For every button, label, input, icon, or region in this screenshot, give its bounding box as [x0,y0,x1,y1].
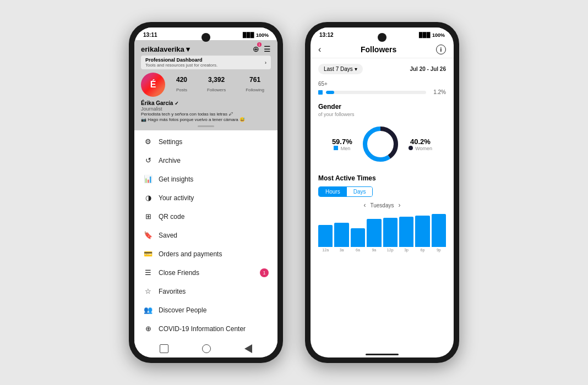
bar-col: 12p [383,218,398,252]
dashboard-subtitle: Tools and resources just for creators. [145,63,217,68]
menu-item-archive[interactable]: ↺ Archive [134,151,277,170]
men-legend: 59.7% Men [332,138,352,151]
phone-nav-1 [134,341,277,358]
men-dot [334,146,338,150]
followers-title: Followers [361,45,396,54]
back-button[interactable]: ‹ [318,45,321,54]
donut-chart [361,125,400,163]
followers-header: ‹ Followers i [311,40,454,58]
followers-stat: 3,392 Followers [207,76,226,94]
bar [318,225,333,247]
qr-icon: ⊞ [143,212,153,222]
avatar: É [141,73,165,97]
nav-back-button[interactable] [202,344,211,353]
menu-item-settings[interactable]: ⚙ Settings [134,133,277,151]
active-times-section: Most Active Times Hours Days ‹ Tuesdays … [318,174,446,252]
phone-1: 13:11 ▉▉▉ 100% erikalaverika ▾ ⊕ 1 ☰ [129,22,283,363]
profile-actions: ⊕ 1 ☰ [253,45,271,53]
archive-icon: ↺ [143,156,153,166]
battery-icon-2: 100% [432,32,445,38]
bar-col: 6p [415,216,429,252]
verified-icon: ✓ [175,101,179,106]
current-day: Tuesdays [371,202,394,208]
age-bar-row: 1.2% [318,89,446,95]
posts-stat: 420 Posts [176,76,187,94]
women-legend: 40.2% Women [409,138,432,151]
menu-item-saved[interactable]: 🔖 Saved [134,226,277,245]
close-friends-badge: 1 [260,268,269,277]
day-next-icon[interactable]: › [398,201,400,209]
bar [432,214,446,247]
close-friends-icon: ☰ [143,268,153,278]
status-icons-2: ▉▉▉ 100% [419,32,445,38]
status-icons-1: ▉▉▉ 100% [243,32,269,38]
active-times-title: Most Active Times [318,174,446,182]
menu-item-favorites[interactable]: ☆ Favorites [134,282,277,301]
bar-col: 9a [367,219,381,252]
profile-stats-row: É 420 Posts 3,392 Followers 761 Followin… [141,73,271,97]
tab-days[interactable]: Days [347,187,373,196]
filter-row: Last 7 Days ▾ Jul 20 - Jul 26 [318,64,446,74]
menu-label-covid: COVID-19 Information Center [159,325,246,333]
bar [334,223,349,247]
settings-icon: ⚙ [143,137,153,147]
bar [351,228,365,247]
dashboard-title: Professional Dashboard [145,57,217,63]
bar [383,218,398,247]
bar-label: 6p [421,248,425,252]
menu-item-discover[interactable]: 👥 Discover People [134,301,277,320]
menu-label-discover: Discover People [159,306,206,314]
filter-arrow-icon: ▾ [355,66,357,72]
bar-col: 9p [432,214,446,252]
dropdown-icon[interactable]: ▾ [186,45,190,53]
bar [415,216,429,247]
women-dot [409,146,413,150]
info-button[interactable]: i [436,45,446,54]
age-bar-dot [318,90,323,95]
profile-job: Journalist [141,106,271,112]
menu-label-orders: Orders and payments [159,250,222,258]
favorites-icon: ☆ [143,287,153,296]
bar-label: 6a [356,248,360,252]
menu-label-saved: Saved [159,232,177,239]
menu-item-insights[interactable]: 📊 Get insights [134,170,277,189]
tab-hours[interactable]: Hours [319,187,347,196]
notch-1 [202,33,210,42]
bar-label: 3a [340,248,344,252]
notch-2 [378,33,386,42]
signal-icon-1: ▉▉▉ [243,32,254,38]
bar-col: 12a [318,225,333,252]
menu-item-orders[interactable]: 💳 Orders and payments [134,245,277,263]
stats-container: 420 Posts 3,392 Followers 761 Following [170,76,271,94]
filter-button[interactable]: Last 7 Days ▾ [318,64,363,74]
women-label: Women [409,146,432,151]
dashboard-banner[interactable]: Professional Dashboard Tools and resourc… [141,56,271,69]
saved-icon: 🔖 [143,230,153,240]
username: erikalaverika ▾ [141,45,190,53]
gender-title: Gender [318,103,446,111]
activity-icon: ◑ [143,193,153,203]
profile-top-bar: erikalaverika ▾ ⊕ 1 ☰ [141,45,271,53]
time-2: 13:12 [319,32,334,38]
age-bar-fill [326,91,334,94]
bottom-indicator [366,354,399,355]
menu-list: ⚙ Settings ↺ Archive 📊 Get insights ◑ Yo… [134,130,277,341]
menu-icon[interactable]: ☰ [264,45,271,53]
day-prev-icon[interactable]: ‹ [364,201,366,209]
profile-bio: Periodista tech y señora con todas las l… [141,112,271,123]
bar-label: 9a [372,248,376,252]
age-label: 65+ [318,81,446,87]
new-post-icon[interactable]: ⊕ 1 [253,45,259,53]
menu-item-covid[interactable]: ⊕ COVID-19 Information Center [134,320,277,338]
nav-home-button[interactable] [160,344,168,353]
bar-label: 12p [387,248,394,252]
women-pct: 40.2% [409,138,432,146]
hours-days-tabs: Hours Days [318,186,373,197]
bar-col: 3p [399,217,413,252]
menu-item-qr[interactable]: ⊞ QR code [134,207,277,226]
nav-recent-button[interactable] [244,344,252,353]
menu-item-activity[interactable]: ◑ Your activity [134,189,277,207]
battery-icon-1: 100% [256,32,269,38]
profile-name: Érika García ✓ [141,100,271,106]
menu-item-close-friends[interactable]: ☰ Close Friends 1 [134,263,277,282]
